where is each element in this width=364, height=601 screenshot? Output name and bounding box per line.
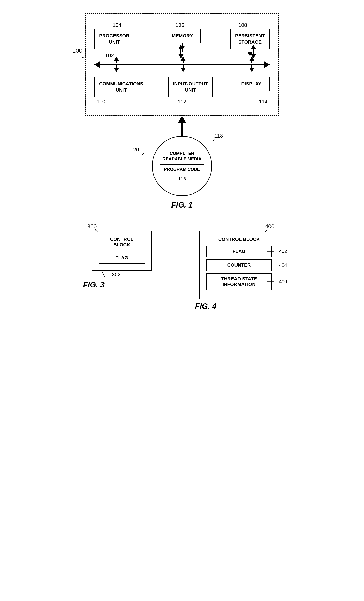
ref-120: 120 [130, 147, 139, 153]
crm-circle: COMPUTERREADABLE MEDIA PROGRAM CODE 116 [152, 136, 212, 196]
ref-110-label: 110 [97, 99, 105, 105]
ref-406-label: 406 [279, 279, 287, 284]
svg-line-1 [102, 272, 105, 277]
fig3-flag-label: FLAG [115, 255, 128, 260]
communications-unit-label: COMMUNICATIONSUNIT [99, 81, 143, 93]
fig4-outer-box: CONTROL BLOCK FLAG 402 [199, 231, 281, 299]
fig4-thread-state-box: THREAD STATEINFORMATION [206, 273, 272, 290]
io-unit-box: INPUT/OUTPUTUNIT [168, 77, 213, 97]
fig1-dashed-box: 104 106 108 PROCESSORUNIT [85, 13, 279, 116]
program-code-box: PROGRAM CODE [160, 164, 204, 174]
ref-118-arrow: ↙ [212, 137, 216, 142]
fig3-caption: FIG. 3 [83, 280, 105, 290]
bottom-row: COMMUNICATIONSUNIT INPUT/OUTPUTUNIT DISP… [94, 77, 270, 97]
page: 100 ↗ 104 106 108 [0, 0, 364, 324]
display-box: DISPLAY [233, 77, 270, 91]
ref-302-bracket [98, 271, 111, 278]
ref-108-label: 108 [238, 22, 247, 28]
ref-302-label: 302 [112, 271, 121, 278]
ref-402-line [267, 249, 278, 253]
memory-label: MEMORY [172, 33, 193, 39]
processor-unit-box: PROCESSORUNIT [94, 29, 134, 49]
ref-102-label: 102 [105, 52, 114, 59]
fig4-counter-box: COUNTER [206, 259, 272, 271]
fig3-outer-box: CONTROLBLOCK FLAG [92, 231, 152, 270]
fig4-diagram: 400 ↙ CONTROL BLOCK FLAG 402 [195, 231, 281, 311]
fig4-caption: FIG. 4 [195, 302, 216, 311]
processor-unit-label: PROCESSORUNIT [99, 33, 130, 45]
ref-120-arrow: ↙ [141, 151, 145, 157]
fig3-flag-box: FLAG [99, 252, 145, 264]
bus-section: 102 [94, 58, 270, 75]
ref-114-label: 114 [259, 99, 267, 105]
ref-104-label: 104 [113, 22, 121, 28]
fig4-flag-label: FLAG [233, 249, 245, 254]
fig4-thread-state-label: THREAD STATEINFORMATION [221, 276, 257, 287]
fig4-counter-label: COUNTER [227, 262, 251, 268]
crm-section: 118 120 ↙ ↙ COMPUTERREADABLE MEDIA PROGR… [85, 136, 279, 196]
memory-box: MEMORY [164, 29, 201, 43]
ref-112-label: 112 [178, 99, 186, 105]
fig3-diagram: 300 ↙ CONTROLBLOCK FLAG 302 F [83, 231, 152, 290]
fig1-caption: FIG. 1 [85, 200, 279, 210]
circle-to-box-arrow [85, 116, 279, 136]
crm-text: COMPUTERREADABLE MEDIA [162, 150, 201, 162]
ref-404-label: 404 [279, 262, 287, 268]
io-unit-label: INPUT/OUTPUTUNIT [173, 81, 208, 93]
communications-unit-box: COMMUNICATIONSUNIT [94, 77, 148, 97]
ref-106-label: 106 [176, 22, 184, 28]
fig4-control-block-label: CONTROL BLOCK [206, 237, 272, 242]
persistent-storage-label: PERSISTENTSTORAGE [235, 33, 265, 45]
ref-402-label: 402 [279, 249, 287, 254]
ref-116-label: 116 [178, 176, 186, 182]
ref-100: 100 [72, 47, 82, 54]
fig3-title: CONTROLBLOCK [99, 237, 145, 248]
persistent-storage-box: PERSISTENTSTORAGE [230, 29, 270, 49]
program-code-label: PROGRAM CODE [164, 167, 200, 171]
ref-404-line [267, 263, 278, 267]
fig1-diagram: 100 ↗ 104 106 108 [85, 13, 279, 210]
fig4-flag-box: FLAG [206, 246, 272, 257]
display-label: DISPLAY [241, 81, 261, 86]
ref-406-line [267, 280, 278, 284]
fig-bottom-row: 300 ↙ CONTROLBLOCK FLAG 302 F [9, 231, 355, 311]
